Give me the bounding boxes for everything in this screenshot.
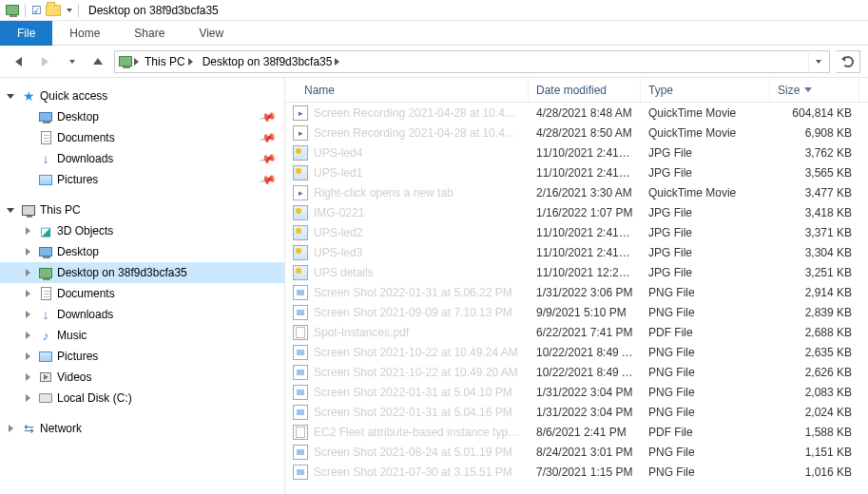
cell-size: 3,418 KB [770, 206, 859, 219]
file-type-png-icon [293, 365, 308, 380]
tree-item-pictures[interactable]: Pictures📌 [0, 169, 284, 190]
file-type-pdf-icon [293, 425, 308, 440]
tree-item-videos[interactable]: Videos [0, 367, 284, 388]
cell-date: 2/16/2021 3:30 AM [529, 186, 641, 200]
address-root-icon[interactable] [119, 56, 132, 66]
nav-back-button[interactable] [8, 51, 29, 72]
separator [78, 4, 79, 17]
cell-date: 8/6/2021 2:41 PM [529, 426, 641, 439]
file-row[interactable]: Screen Shot 2022-01-31 at 5.06.22 PM1/31… [285, 282, 868, 302]
nav-up-button[interactable] [87, 51, 108, 72]
column-header-size[interactable]: Size [770, 78, 859, 102]
expander-icon[interactable] [21, 224, 34, 238]
address-history-caret[interactable] [808, 50, 825, 73]
tree-item-desktop-on-38f9d3bcfa35[interactable]: Desktop on 38f9d3bcfa35 [0, 262, 284, 283]
tree-item-desktop[interactable]: Desktop [0, 241, 284, 262]
file-row[interactable]: Spot-Instances.pdf6/22/2021 7:41 PMPDF F… [285, 322, 868, 342]
tree-quick-access[interactable]: ★ Quick access [0, 86, 284, 106]
tree-item-music[interactable]: ♪Music [0, 325, 284, 346]
file-row[interactable]: Screen Shot 2021-07-30 at 3.15.51 PM7/30… [285, 462, 868, 482]
disk-icon [38, 390, 53, 406]
tree-item-3d-objects[interactable]: ◪3D Objects [0, 220, 284, 241]
tree-item-desktop[interactable]: Desktop📌 [0, 106, 284, 127]
tree-label: Local Disk (C:) [57, 391, 132, 405]
expander-icon[interactable] [21, 266, 34, 279]
nav-recent-caret[interactable] [61, 51, 82, 72]
file-type-mov-icon [293, 105, 308, 121]
address-bar[interactable]: This PC Desktop on 38f9d3bcfa35 [114, 50, 830, 73]
cell-size: 3,251 KB [770, 266, 859, 279]
cell-date: 1/16/2022 1:07 PM [529, 206, 641, 219]
sort-desc-icon [804, 87, 812, 92]
expander-icon[interactable] [21, 308, 34, 321]
expander-icon[interactable] [21, 245, 34, 258]
file-row[interactable]: UPS-led211/10/2021 2:41 PMJPG File3,371 … [285, 222, 868, 242]
qat-properties-icon[interactable]: ☑ [31, 4, 42, 17]
file-row[interactable]: Right-click opens a new tab2/16/2021 3:3… [285, 182, 868, 202]
file-row[interactable]: Screen Shot 2022-01-31 at 5.04.16 PM1/31… [285, 402, 868, 422]
file-row[interactable]: Screen Shot 2021-10-22 at 10.49.24 AM10/… [285, 342, 868, 362]
file-name: EC2 Fleet attribute-based instance type … [314, 426, 521, 439]
file-row[interactable]: Screen Recording 2021-04-28 at 10.44.05 … [285, 103, 868, 123]
breadcrumb-current[interactable]: Desktop on 38f9d3bcfa35 [199, 51, 344, 72]
tree-network[interactable]: ⇆ Network [0, 418, 284, 439]
column-header-date[interactable]: Date modified [529, 78, 641, 102]
file-name: UPS-led4 [314, 146, 362, 160]
tree-item-pictures[interactable]: Pictures [0, 346, 284, 367]
column-header-type[interactable]: Type [641, 78, 770, 102]
ribbon-tabs: File Home Share View [0, 21, 868, 46]
breadcrumb-this-pc[interactable]: This PC [141, 51, 197, 72]
tree-item-documents[interactable]: Documents [0, 283, 284, 304]
tree-item-downloads[interactable]: ↓Downloads📌 [0, 148, 284, 169]
column-label: Size [778, 84, 800, 97]
refresh-button[interactable] [836, 50, 860, 73]
file-type-jpg-icon [293, 205, 308, 220]
column-header-name[interactable]: Name [285, 78, 529, 102]
expander-icon[interactable] [21, 391, 34, 405]
tree-item-downloads[interactable]: ↓Downloads [0, 304, 284, 325]
qat-newfolder-icon[interactable] [46, 5, 61, 16]
cell-date: 11/10/2021 2:41 PM [529, 146, 641, 160]
ribbon-tab-home[interactable]: Home [52, 21, 117, 46]
expander-icon[interactable] [21, 329, 34, 342]
file-row[interactable]: Screen Shot 2021-09-09 at 7.10.13 PM9/9/… [285, 302, 868, 322]
tree-item-local-disk-c-[interactable]: Local Disk (C:) [0, 388, 284, 408]
ribbon-file-tab[interactable]: File [0, 21, 52, 46]
file-row[interactable]: Screen Shot 2021-08-24 at 5.01.19 PM8/24… [285, 442, 868, 462]
file-row[interactable]: IMG-02211/16/2022 1:07 PMJPG File3,418 K… [285, 202, 868, 222]
file-row[interactable]: Screen Shot 2022-01-31 at 5.04.10 PM1/31… [285, 382, 868, 402]
ribbon-tab-view[interactable]: View [182, 21, 241, 46]
expander-icon[interactable] [4, 422, 17, 435]
cell-date: 1/31/2022 3:04 PM [529, 406, 641, 419]
file-row[interactable]: UPS-led311/10/2021 2:41 PMJPG File3,304 … [285, 242, 868, 262]
tree-item-documents[interactable]: Documents📌 [0, 127, 284, 148]
chevron-right-icon[interactable] [134, 58, 139, 66]
cell-size: 3,762 KB [770, 146, 859, 160]
file-name: Screen Shot 2021-08-24 at 5.01.19 PM [314, 446, 512, 459]
cell-name: Screen Shot 2021-10-22 at 10.49.20 AM [285, 365, 529, 380]
cell-size: 2,024 KB [770, 406, 859, 419]
file-row[interactable]: EC2 Fleet attribute-based instance type … [285, 422, 868, 442]
file-row[interactable]: Screen Shot 2021-10-22 at 10.49.20 AM10/… [285, 362, 868, 382]
cell-date: 1/31/2022 3:04 PM [529, 386, 641, 399]
file-type-mov-icon [293, 185, 308, 200]
file-row[interactable]: UPS details11/10/2021 12:21 ...JPG File3… [285, 262, 868, 282]
expander-icon[interactable] [21, 287, 34, 300]
tree-this-pc[interactable]: This PC [0, 200, 284, 220]
expander-icon[interactable] [21, 350, 34, 363]
expander-icon[interactable] [4, 89, 17, 103]
tree-label: Documents [57, 131, 115, 144]
file-row[interactable]: Screen Recording 2021-04-28 at 10.49.51 … [285, 123, 868, 142]
expander-icon[interactable] [21, 370, 34, 384]
desktop-icon [38, 244, 53, 259]
cell-name: UPS-led4 [285, 145, 529, 161]
file-type-png-icon [293, 385, 308, 400]
nav-forward-button[interactable] [34, 51, 55, 72]
pc-icon [21, 202, 36, 218]
ribbon-tab-share[interactable]: Share [117, 21, 182, 46]
file-row[interactable]: UPS-led411/10/2021 2:41 PMJPG File3,762 … [285, 142, 868, 162]
tree-label: Quick access [40, 89, 107, 103]
file-row[interactable]: UPS-led111/10/2021 2:41 PMJPG File3,565 … [285, 162, 868, 182]
qat-customize-caret-icon[interactable] [67, 9, 72, 12]
expander-icon[interactable] [4, 203, 17, 217]
